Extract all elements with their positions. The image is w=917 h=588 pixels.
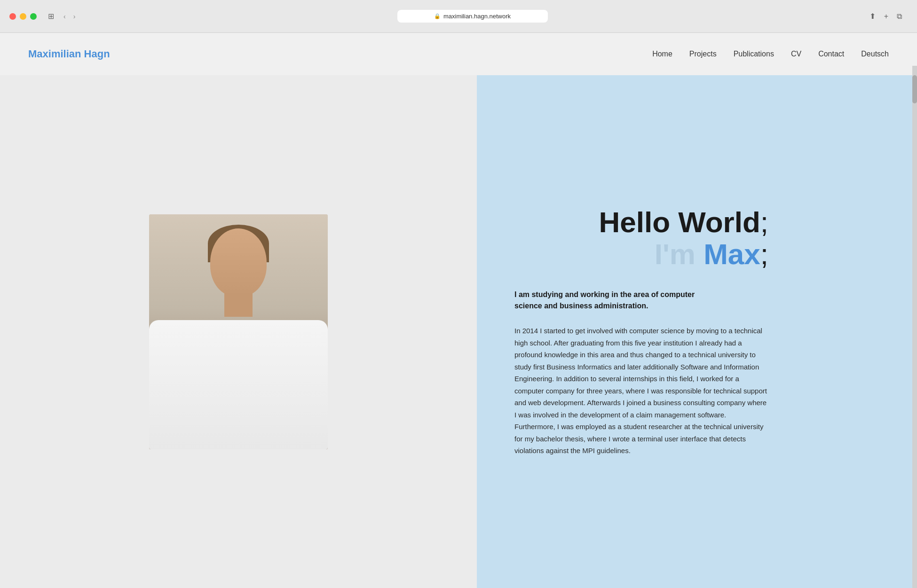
hero-content: Hello World; I'm Max; I am studying and … (514, 206, 768, 457)
site-header: Maximilian Hagn Home Projects Publicatio… (0, 33, 917, 75)
browser-actions: ⬆ + ⧉ (868, 10, 904, 23)
neck (224, 293, 253, 317)
tagline: I am studying and working in the area of… (514, 289, 768, 312)
scrollbar-thumb[interactable] (912, 75, 917, 103)
greeting: Hello World; I'm Max; (514, 206, 768, 270)
new-tab-button[interactable]: + (882, 10, 890, 23)
right-panel: Hello World; I'm Max; I am studying and … (477, 75, 917, 588)
greeting-line2: I'm Max; (514, 238, 768, 270)
back-button[interactable]: ‹ (62, 11, 68, 22)
lock-icon: 🔒 (434, 13, 441, 19)
forward-button[interactable]: › (71, 11, 78, 22)
share-button[interactable]: ⬆ (868, 10, 877, 23)
website: Maximilian Hagn Home Projects Publicatio… (0, 33, 917, 588)
maximize-button[interactable] (30, 13, 37, 20)
semicolon1: ; (760, 206, 768, 238)
nav-cv[interactable]: CV (791, 50, 801, 58)
nav-publications[interactable]: Publications (734, 50, 774, 58)
greeting-name: Max (704, 238, 760, 270)
tabs-button[interactable]: ⧉ (895, 10, 904, 23)
person-figure (149, 214, 328, 449)
profile-photo (149, 214, 328, 449)
browser-chrome: ⊞ ‹ › 🔒 maximilian.hagn.network ⬆ + ⧉ (0, 0, 917, 33)
browser-controls: ⊞ ‹ › (44, 10, 77, 23)
sidebar-toggle-button[interactable]: ⊞ (44, 10, 58, 23)
semicolon2: ; (760, 238, 768, 270)
nav-contact[interactable]: Contact (818, 50, 844, 58)
greeting-line1: Hello World; (514, 206, 768, 238)
bio: In 2014 I started to get involved with c… (514, 325, 768, 457)
head (210, 228, 267, 297)
minimize-button[interactable] (20, 13, 26, 20)
nav-home[interactable]: Home (652, 50, 672, 58)
site-logo[interactable]: Maximilian Hagn (28, 48, 110, 60)
site-main: Hello World; I'm Max; I am studying and … (0, 75, 917, 588)
nav-projects[interactable]: Projects (689, 50, 717, 58)
greeting-hello-world: Hello World (599, 206, 760, 238)
url-text: maximilian.hagn.network (443, 13, 511, 20)
nav-language[interactable]: Deutsch (861, 50, 889, 58)
traffic-lights (9, 13, 37, 20)
close-button[interactable] (9, 13, 16, 20)
address-bar[interactable]: 🔒 maximilian.hagn.network (397, 10, 548, 23)
left-panel (0, 75, 477, 588)
scrollbar[interactable] (912, 66, 917, 588)
greeting-im: I'm (655, 238, 704, 270)
site-nav: Home Projects Publications CV Contact De… (652, 50, 889, 58)
address-bar-container: 🔒 maximilian.hagn.network (77, 10, 867, 23)
shirt (149, 320, 328, 449)
